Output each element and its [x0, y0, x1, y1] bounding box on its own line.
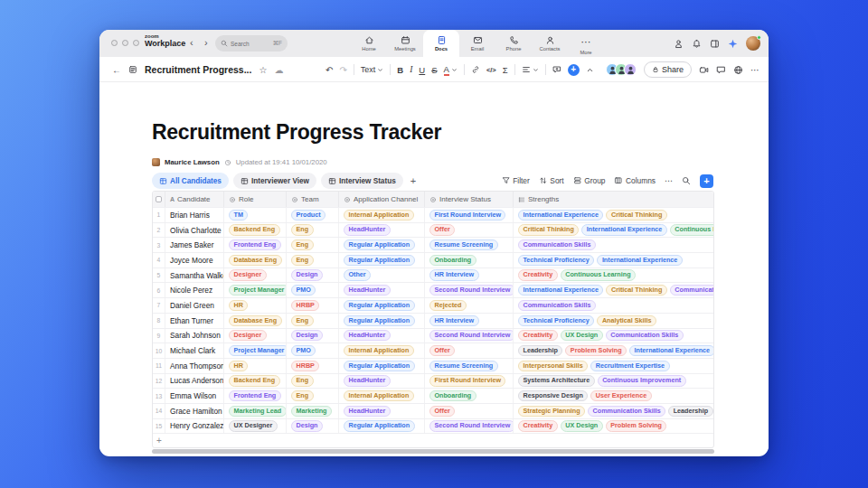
strength-pill[interactable]: User Experience — [590, 390, 651, 401]
undo-button[interactable]: ↶ — [326, 65, 333, 75]
team-pill[interactable]: HRBP — [291, 361, 319, 371]
status-cell[interactable]: Rejected — [424, 298, 513, 313]
team-cell[interactable]: Eng — [286, 389, 338, 403]
role-cell[interactable]: Backend Eng — [223, 374, 286, 389]
role-pill[interactable]: Backend Eng — [229, 224, 280, 235]
strength-pill[interactable]: International Experience — [518, 210, 603, 221]
channel-pill[interactable]: Internal Application — [344, 210, 414, 221]
view-more-icon[interactable]: ⋯ — [665, 176, 673, 185]
strength-pill[interactable]: Leadership — [518, 345, 562, 356]
role-pill[interactable]: Frontend Eng — [229, 390, 281, 401]
nav-forward-button[interactable]: › — [204, 37, 208, 48]
status-pill[interactable]: Resume Screening — [429, 239, 498, 250]
nav-tab-email[interactable]: Email — [459, 30, 495, 57]
team-pill[interactable]: PMO — [291, 345, 316, 356]
strength-pill[interactable]: Recruitment Expertise — [590, 361, 669, 371]
strengths-cell[interactable]: CreativityUX DesignCommunication Skills — [513, 329, 713, 343]
code-block-button[interactable]: </> — [486, 66, 496, 74]
nav-back-button[interactable]: ‹ — [190, 37, 193, 48]
add-record-button[interactable]: + — [700, 174, 713, 188]
candidate-cell[interactable]: Emma Wilson — [165, 389, 223, 403]
comment-icon[interactable] — [552, 65, 561, 74]
channel-pill[interactable]: HeadHunter — [344, 224, 391, 235]
status-cell[interactable]: Onboarding — [424, 389, 513, 403]
strength-pill[interactable]: Problem Solving — [606, 420, 667, 431]
strength-pill[interactable]: International Experience — [597, 255, 682, 266]
channel-pill[interactable]: HeadHunter — [344, 406, 391, 417]
team-pill[interactable]: Design — [291, 330, 323, 341]
channel-pill[interactable]: Regular Application — [344, 315, 415, 326]
team-cell[interactable]: Product — [286, 208, 338, 222]
strength-pill[interactable]: International Experience — [629, 345, 713, 356]
doc-outline-icon[interactable] — [128, 65, 137, 74]
channel-cell[interactable]: Regular Application — [338, 419, 424, 434]
star-favorite-icon[interactable]: ☆ — [259, 65, 267, 75]
strength-pill[interactable]: Creativity — [518, 330, 558, 341]
candidate-cell[interactable]: Henry Gonzalez — [165, 419, 223, 434]
channel-pill[interactable]: HeadHunter — [344, 330, 391, 341]
strength-pill[interactable]: UX Design — [561, 330, 603, 341]
strengths-cell[interactable]: Interpersonal SkillsRecruitment Expertis… — [513, 359, 713, 373]
strength-pill[interactable]: Creativity — [518, 269, 558, 280]
role-cell[interactable]: TM — [223, 208, 286, 222]
insert-block-button[interactable]: + — [568, 64, 580, 76]
role-pill[interactable]: Project Manager — [229, 345, 286, 356]
team-cell[interactable]: PMO — [286, 283, 338, 297]
candidate-cell[interactable]: Nicole Perez — [165, 283, 223, 297]
strength-pill[interactable]: Communication Skills — [606, 330, 684, 341]
nav-tab-docs[interactable]: Docs — [423, 30, 459, 57]
status-pill[interactable]: Offer — [429, 345, 455, 356]
strength-pill[interactable]: Leadership — [668, 406, 712, 417]
candidate-cell[interactable]: Anna Thompson — [165, 359, 223, 373]
role-pill[interactable]: Designer — [229, 330, 267, 341]
nav-tab-meetings[interactable]: Meetings — [387, 30, 423, 57]
role-cell[interactable]: HR — [223, 298, 286, 313]
column-header-team[interactable]: Team — [286, 192, 338, 207]
role-cell[interactable]: UX Designer — [223, 419, 286, 434]
channel-cell[interactable]: Regular Application — [338, 253, 424, 267]
team-pill[interactable]: Product — [291, 210, 326, 221]
select-all-checkbox[interactable] — [156, 196, 162, 202]
candidate-cell[interactable]: Michael Clark — [165, 343, 223, 358]
strengths-cell[interactable]: Technical ProficiencyInternational Exper… — [513, 253, 713, 267]
strength-pill[interactable]: Continuous Learning — [670, 224, 713, 235]
column-header-role[interactable]: Role — [223, 192, 286, 207]
candidate-cell[interactable]: Ethan Turner — [165, 314, 223, 328]
team-pill[interactable]: Design — [291, 269, 323, 280]
view-tab-interviewer-view[interactable]: Interviewer View — [233, 173, 316, 189]
channel-cell[interactable]: Regular Application — [338, 298, 424, 313]
channel-pill[interactable]: Regular Application — [344, 255, 415, 266]
strength-pill[interactable]: Communication Skills — [518, 239, 596, 250]
global-search-input[interactable]: Search ⌘F — [215, 35, 288, 52]
status-pill[interactable]: Resume Screening — [429, 361, 498, 371]
strength-pill[interactable]: Responsive Design — [518, 390, 588, 401]
strengths-cell[interactable]: CreativityContinuous Learning — [513, 268, 713, 283]
channel-cell[interactable]: HeadHunter — [338, 374, 424, 389]
team-pill[interactable]: Eng — [291, 375, 314, 386]
status-pill[interactable]: HR Interview — [429, 269, 479, 280]
team-pill[interactable]: Eng — [291, 224, 314, 235]
channel-pill[interactable]: Regular Application — [344, 361, 415, 371]
status-cell[interactable]: Offer — [424, 343, 513, 358]
strength-pill[interactable]: International Experience — [518, 285, 603, 296]
strength-pill[interactable]: Systems Architecture — [518, 375, 595, 386]
horizontal-scrollbar[interactable] — [152, 449, 714, 454]
team-cell[interactable]: Eng — [286, 223, 338, 238]
strengths-cell[interactable]: Strategic PlanningCommunication SkillsLe… — [513, 404, 713, 418]
bold-button[interactable]: B — [397, 65, 403, 75]
close-button[interactable] — [111, 40, 118, 46]
role-cell[interactable]: Frontend Eng — [223, 238, 286, 252]
role-cell[interactable]: Database Eng — [223, 314, 286, 328]
strength-pill[interactable]: Strategic Planning — [518, 406, 585, 417]
role-pill[interactable]: Project Manager — [229, 285, 286, 296]
candidate-cell[interactable]: Sarah Johnson — [165, 329, 223, 343]
ai-companion-sparkle-icon[interactable] — [728, 39, 738, 49]
strengths-cell[interactable]: Communication Skills — [513, 298, 713, 313]
team-cell[interactable]: Eng — [286, 238, 338, 252]
strength-pill[interactable]: Communication Skills — [670, 285, 713, 296]
team-pill[interactable]: Design — [291, 420, 323, 431]
globe-language-icon[interactable] — [733, 65, 743, 75]
group-button[interactable]: Group — [573, 176, 606, 185]
channel-cell[interactable]: Regular Application — [338, 359, 424, 373]
strength-pill[interactable]: Continuous Improvement — [598, 375, 686, 386]
